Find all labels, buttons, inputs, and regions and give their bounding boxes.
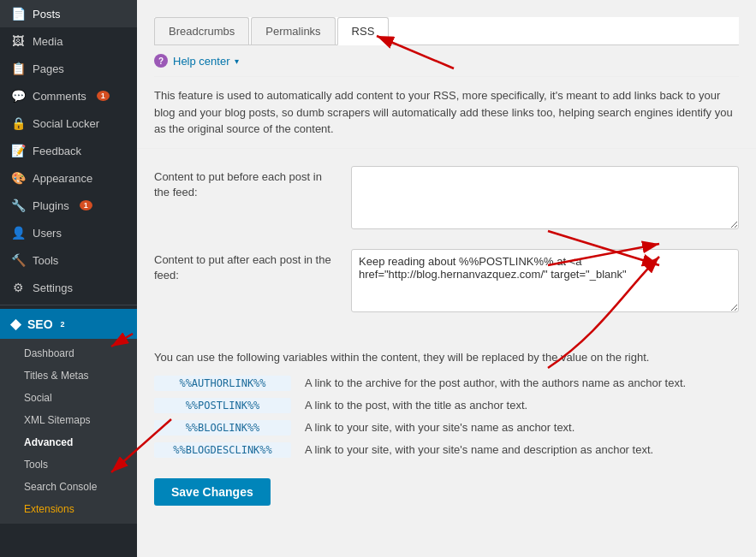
appearance-icon: 🎨 (10, 171, 26, 185)
plugins-badge: 1 (80, 200, 92, 210)
sidebar-item-pages[interactable]: 📋 Pages (0, 55, 137, 82)
seo-sub-search-console[interactable]: Search Console (0, 476, 137, 498)
posts-label: Posts (33, 8, 61, 21)
before-post-label: Content to put before each post in the f… (154, 166, 334, 200)
sidebar-item-users[interactable]: 👤 Users (0, 219, 137, 246)
tab-permalinks[interactable]: Permalinks (251, 17, 335, 44)
tab-rss[interactable]: RSS (337, 17, 390, 45)
help-icon: ? (154, 54, 168, 68)
feedback-icon: 📝 (10, 144, 26, 157)
var-desc-blogdesclink: A link to your site, with your site's na… (305, 443, 653, 456)
var-row-blogdesclink: %%BLOGDESCLINK%% A link to your site, wi… (154, 442, 739, 458)
sidebar-item-appearance[interactable]: 🎨 Appearance (0, 164, 137, 192)
after-post-control: Keep reading about %%POSTLINK%% at <a hr… (351, 249, 739, 315)
pages-label: Pages (33, 62, 64, 75)
sidebar-item-tools[interactable]: 🔨 Tools (0, 246, 137, 274)
plugins-icon: 🔧 (10, 199, 26, 212)
main-wrapper: Breadcrumbs Permalinks RSS ? Help center… (137, 0, 756, 557)
settings-icon: ⚙ (10, 281, 26, 294)
media-label: Media (33, 35, 63, 48)
var-desc-authorlink: A link to the archive for the post autho… (305, 376, 686, 389)
after-post-row: Content to put after each post in the fe… (154, 249, 739, 315)
dropdown-arrow-icon: ▾ (235, 56, 239, 66)
sidebar-item-media[interactable]: 🖼 Media (0, 27, 137, 55)
var-row-authorlink: %%AUTHORLINK%% A link to the archive for… (154, 376, 739, 391)
save-button[interactable]: Save Changes (154, 478, 271, 506)
variables-intro: You can use the following variables with… (154, 349, 739, 366)
seo-sub-advanced[interactable]: Advanced (0, 431, 137, 453)
users-label: Users (33, 227, 62, 240)
appearance-label: Appearance (33, 172, 92, 185)
save-section: Save Changes (137, 478, 756, 523)
social-locker-icon: 🔒 (10, 116, 26, 130)
form-section: Content to put before each post in the f… (137, 149, 756, 349)
before-post-textarea[interactable] (351, 166, 739, 229)
seo-icon: ◆ (10, 316, 21, 332)
variables-section: You can use the following variables with… (137, 349, 756, 479)
var-code-blogdesclink: %%BLOGDESCLINK%% (154, 442, 291, 458)
pages-icon: 📋 (10, 62, 26, 75)
sidebar-item-posts[interactable]: 📄 Posts (0, 0, 137, 27)
var-row-bloglink: %%BLOGLINK%% A link to your site, with y… (154, 420, 739, 436)
sidebar-item-comments[interactable]: 💬 Comments 1 (0, 82, 137, 110)
seo-sub-xml-sitemaps[interactable]: XML Sitemaps (0, 409, 137, 431)
media-icon: 🖼 (10, 34, 26, 48)
after-post-label: Content to put after each post in the fe… (154, 249, 334, 283)
var-code-authorlink: %%AUTHORLINK%% (154, 376, 291, 391)
seo-submenu: Dashboard Titles & Metas Social XML Site… (0, 339, 137, 524)
comments-badge: 1 (97, 91, 110, 101)
seo-badge: 2 (57, 319, 69, 329)
help-center-label: Help center (173, 55, 229, 68)
social-locker-label: Social Locker (33, 117, 99, 130)
sidebar-item-feedback[interactable]: 📝 Feedback (0, 137, 137, 164)
sidebar-item-seo[interactable]: ◆ SEO 2 (0, 309, 137, 339)
comments-icon: 💬 (10, 89, 26, 103)
var-code-postlink: %%POSTLINK%% (154, 398, 291, 413)
var-row-postlink: %%POSTLINK%% A link to the post, with th… (154, 398, 739, 413)
sidebar-item-social-locker[interactable]: 🔒 Social Locker (0, 110, 137, 137)
posts-icon: 📄 (10, 7, 26, 21)
tools-label: Tools (33, 254, 58, 267)
before-post-control (351, 166, 739, 232)
sidebar: 📄 Posts 🖼 Media 📋 Pages 💬 Comments 1 🔒 S… (0, 0, 137, 557)
var-desc-bloglink: A link to your site, with your site's na… (305, 421, 574, 434)
var-code-bloglink: %%BLOGLINK%% (154, 420, 291, 436)
tab-breadcrumbs[interactable]: Breadcrumbs (154, 17, 249, 44)
seo-sub-extensions[interactable]: Extensions (0, 498, 137, 520)
help-center-link[interactable]: ? Help center ▾ (137, 45, 756, 76)
comments-label: Comments (33, 90, 86, 103)
seo-sub-social[interactable]: Social (0, 387, 137, 409)
seo-label: SEO (27, 317, 53, 331)
users-icon: 👤 (10, 226, 26, 240)
tab-bar: Breadcrumbs Permalinks RSS (154, 17, 739, 45)
before-post-row: Content to put before each post in the f… (154, 166, 739, 232)
seo-sub-tools[interactable]: Tools (0, 453, 137, 476)
sidebar-item-settings[interactable]: ⚙ Settings (0, 274, 137, 301)
var-desc-postlink: A link to the post, with the title as an… (305, 399, 527, 412)
seo-sub-titles-metas[interactable]: Titles & Metas (0, 364, 137, 387)
settings-label: Settings (33, 281, 73, 294)
after-post-textarea[interactable]: Keep reading about %%POSTLINK%% at <a hr… (351, 249, 739, 312)
feedback-label: Feedback (33, 145, 81, 157)
plugins-label: Plugins (33, 199, 69, 212)
tools-icon: 🔨 (10, 253, 26, 267)
sidebar-item-plugins[interactable]: 🔧 Plugins 1 (0, 192, 137, 219)
seo-sub-dashboard[interactable]: Dashboard (0, 342, 137, 364)
rss-description: This feature is used to automatically ad… (137, 77, 756, 149)
